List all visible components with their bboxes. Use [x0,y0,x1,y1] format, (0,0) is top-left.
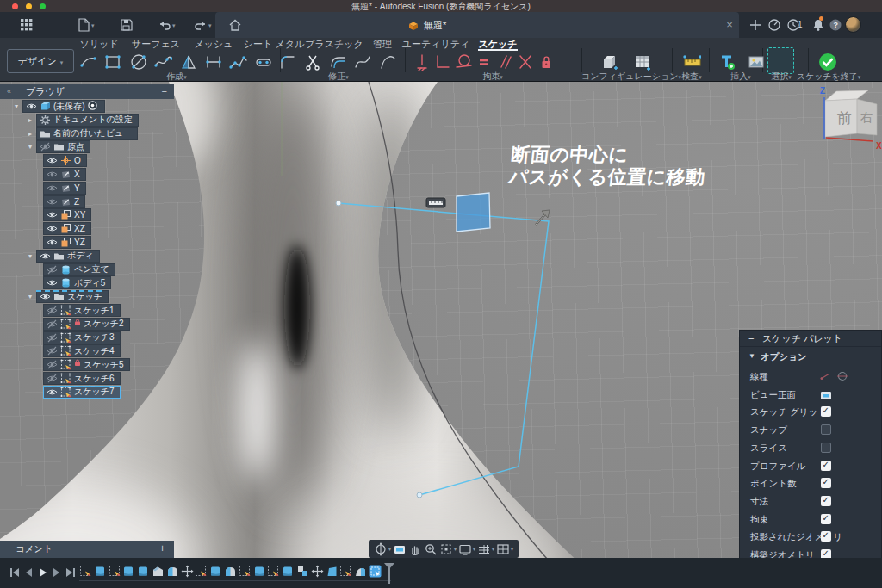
sketch-line-icon[interactable] [78,52,97,71]
avatar[interactable] [845,16,861,33]
timeline-feature-sketch[interactable] [79,565,92,578]
group-label-2[interactable]: 修正 [328,71,349,83]
browser-item[interactable]: スケッチ4 [43,344,121,357]
add-tab-icon[interactable] [748,17,763,33]
visibility-off-icon[interactable] [47,360,58,369]
zoom-icon[interactable] [424,542,438,556]
visibility-off-icon[interactable] [47,346,58,356]
chevron-down-icon[interactable]: ▾ [473,546,475,552]
constraint-lock-icon[interactable] [536,52,555,71]
configuration-table-icon[interactable] [632,52,651,71]
tab-5[interactable]: プラスチック [305,38,363,49]
inspect-measure-icon[interactable] [682,52,701,71]
browser-item-chip[interactable]: (未保存) [22,100,105,113]
browser-item[interactable]: Z [43,195,85,208]
close-tab-icon[interactable]: × [722,17,737,33]
help-icon[interactable]: ? [828,17,843,33]
group-label-6[interactable]: 挿入 [730,71,751,83]
palette-options-section[interactable]: ▼ オプション [740,349,881,364]
browser-item-chip[interactable]: XZ [43,222,91,235]
visibility-icon[interactable] [47,170,58,179]
group-label-5[interactable]: 検査 [681,71,702,83]
browser-item-chip[interactable]: スケッチ5 [43,358,130,371]
visibility-icon[interactable] [47,224,58,233]
browser-item[interactable]: ▾スケッチ [24,290,109,303]
browser-item[interactable]: XY [43,208,91,221]
browser-item-chip[interactable]: XY [43,208,91,221]
browser-item-chip[interactable]: ペン立て [43,263,115,276]
timeline-feature-sketch-current[interactable] [369,565,382,578]
chevron-down-icon[interactable]: ▾ [511,546,513,552]
timeline-feature-sketch[interactable] [267,565,280,578]
visibility-icon[interactable] [47,156,58,165]
sketch-point[interactable] [417,492,422,498]
group-label-8[interactable]: スケッチを終了 [797,71,861,83]
constraint-symmetry-icon[interactable] [515,52,534,71]
visibility-icon[interactable] [47,197,58,207]
visibility-icon[interactable] [47,387,58,397]
constraint-equal-icon[interactable] [474,52,493,71]
chevron-down-icon[interactable]: ▾ [492,546,494,552]
move-handle-icon[interactable] [536,210,550,225]
visibility-icon[interactable] [40,251,51,261]
tab-4[interactable]: シート メタル [244,38,304,49]
browser-item[interactable]: X [43,168,86,181]
timeline-feature-extrude[interactable] [282,565,295,578]
browser-item-chip[interactable]: YZ [43,236,91,249]
chevron-down-icon[interactable]: ▾ [388,546,391,552]
browser-item-chip[interactable]: スケッチ7 [43,386,121,399]
modify-fillet-icon[interactable] [277,52,296,71]
visibility-off-icon[interactable] [47,319,58,329]
constraint-vertical-icon[interactable] [412,52,431,71]
step-forward-icon[interactable] [50,566,62,579]
browser-item[interactable]: ▸ドキュメントの設定 [24,114,139,127]
chevron-down-icon[interactable]: ▾ [24,293,36,300]
timeline-feature-sketch[interactable] [239,565,252,578]
go-to-end-icon[interactable] [64,566,76,579]
sketch-rectangle-icon[interactable] [103,52,122,71]
browser-item-chip[interactable]: スケッチ6 [43,372,121,385]
checkbox-unchecked[interactable] [821,443,831,453]
dimension-ruler-icon[interactable] [426,198,445,207]
checkbox-checked[interactable] [821,514,831,524]
browser-item-chip[interactable]: ボディ5 [43,276,111,289]
visibility-off-icon[interactable] [47,306,58,315]
visibility-icon[interactable] [47,238,58,247]
sketch-fit-point-icon[interactable] [228,52,247,71]
modify-break-icon[interactable] [377,52,396,71]
timeline-feature-fillet[interactable] [166,565,179,578]
browser-item[interactable]: ボディ5 [43,276,111,289]
browser-item[interactable]: ▾ボディ [24,250,100,263]
fit-icon[interactable]: ▾ [439,542,457,556]
timeline-feature-sketch[interactable] [195,565,208,578]
browser-item-chip[interactable]: スケッチ1 [43,304,121,317]
document-tab[interactable] [215,12,739,38]
home-icon[interactable] [227,17,243,33]
sketch-circle-icon[interactable] [128,52,147,71]
visibility-off-icon[interactable] [40,142,51,152]
browser-item-chip[interactable]: 原点 [36,140,90,153]
tab-7[interactable]: ユーティリティ [402,38,470,49]
visibility-off-icon[interactable] [47,265,58,275]
workspace-selector[interactable]: デザイン [7,49,74,73]
timeline-feature-chamfer[interactable] [152,565,165,578]
viewports-icon[interactable]: ▾ [496,542,513,556]
linetype-icons[interactable] [819,370,848,382]
visibility-icon[interactable] [47,183,58,193]
browser-item-chip[interactable]: スケッチ4 [43,344,121,357]
visibility-icon[interactable] [40,292,51,301]
timeline-feature-sketch[interactable] [109,565,121,578]
chevron-down-icon[interactable]: ▾ [454,546,457,552]
browser-item[interactable]: スケッチ3 [43,331,121,344]
tab-6[interactable]: 管理 [373,38,392,49]
configuration-cube-icon[interactable] [599,52,618,71]
sketch-point[interactable] [336,201,341,206]
sketch-mirror-icon[interactable] [178,52,197,71]
timeline-feature-extrude[interactable] [137,565,150,578]
timeline-feature-loft[interactable] [326,565,339,578]
chevron-down-icon[interactable]: ▾ [24,143,36,151]
pan-icon[interactable] [408,542,422,556]
app-grid-icon[interactable] [19,17,34,33]
display-settings-icon[interactable]: ▾ [458,542,475,556]
timeline-feature-sweep[interactable] [354,565,367,578]
